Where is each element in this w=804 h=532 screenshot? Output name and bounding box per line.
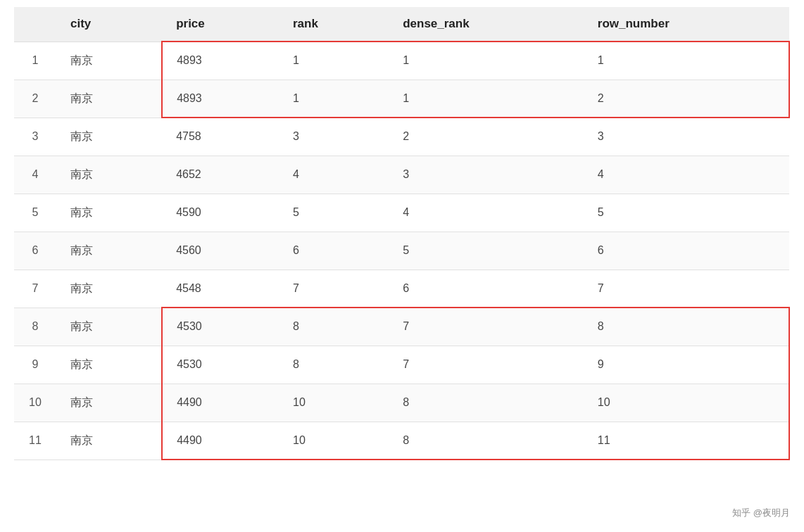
table-row: 2南京4893112 (14, 80, 789, 118)
cell-city: 南京 (56, 194, 162, 232)
table-row: 8南京4530878 (14, 308, 789, 346)
col-header-dense-rank: dense_rank (389, 7, 584, 42)
table-row: 5南京4590545 (14, 194, 789, 232)
cell-dense_rank: 3 (389, 156, 584, 194)
table-header-row: city price rank dense_rank row_number (14, 7, 789, 42)
cell-rank: 6 (279, 232, 389, 270)
cell-index: 2 (14, 80, 56, 118)
table-row: 4南京4652434 (14, 156, 789, 194)
cell-price: 4530 (162, 346, 279, 384)
cell-dense_rank: 8 (389, 384, 584, 422)
cell-dense_rank: 7 (389, 308, 584, 346)
cell-row_number: 9 (584, 346, 789, 384)
cell-index: 6 (14, 232, 56, 270)
cell-index: 9 (14, 346, 56, 384)
cell-city: 南京 (56, 42, 162, 80)
cell-price: 4530 (162, 308, 279, 346)
cell-rank: 8 (279, 308, 389, 346)
cell-row_number: 2 (584, 80, 789, 118)
cell-city: 南京 (56, 118, 162, 156)
cell-price: 4758 (162, 118, 279, 156)
cell-row_number: 6 (584, 232, 789, 270)
cell-row_number: 3 (584, 118, 789, 156)
cell-index: 4 (14, 156, 56, 194)
cell-price: 4893 (162, 42, 279, 80)
cell-dense_rank: 6 (389, 270, 584, 308)
col-header-price: price (162, 7, 279, 42)
cell-price: 4490 (162, 422, 279, 460)
cell-city: 南京 (56, 308, 162, 346)
col-header-rank: rank (279, 7, 389, 42)
cell-index: 8 (14, 308, 56, 346)
table-container: city price rank dense_rank row_number 1南… (0, 0, 804, 467)
cell-rank: 1 (279, 80, 389, 118)
table-row: 1南京4893111 (14, 42, 789, 80)
table-row: 9南京4530879 (14, 346, 789, 384)
cell-row_number: 10 (584, 384, 789, 422)
cell-city: 南京 (56, 156, 162, 194)
cell-city: 南京 (56, 346, 162, 384)
cell-index: 1 (14, 42, 56, 80)
cell-dense_rank: 1 (389, 42, 584, 80)
data-table: city price rank dense_rank row_number 1南… (14, 7, 790, 460)
cell-city: 南京 (56, 80, 162, 118)
cell-row_number: 7 (584, 270, 789, 308)
cell-city: 南京 (56, 422, 162, 460)
cell-price: 4652 (162, 156, 279, 194)
cell-row_number: 5 (584, 194, 789, 232)
cell-row_number: 4 (584, 156, 789, 194)
cell-rank: 7 (279, 270, 389, 308)
cell-dense_rank: 2 (389, 118, 584, 156)
cell-dense_rank: 8 (389, 422, 584, 460)
table-row: 10南京449010810 (14, 384, 789, 422)
table-row: 7南京4548767 (14, 270, 789, 308)
col-header-index (14, 7, 56, 42)
cell-city: 南京 (56, 270, 162, 308)
cell-index: 7 (14, 270, 56, 308)
cell-index: 11 (14, 422, 56, 460)
cell-rank: 3 (279, 118, 389, 156)
cell-index: 5 (14, 194, 56, 232)
table-row: 6南京4560656 (14, 232, 789, 270)
cell-dense_rank: 1 (389, 80, 584, 118)
cell-dense_rank: 7 (389, 346, 584, 384)
cell-index: 3 (14, 118, 56, 156)
cell-index: 10 (14, 384, 56, 422)
table-body: 1南京48931112南京48931123南京47583234南京4652434… (14, 42, 789, 460)
cell-row_number: 11 (584, 422, 789, 460)
cell-rank: 10 (279, 384, 389, 422)
cell-rank: 1 (279, 42, 389, 80)
watermark-text: 知乎 @夜明月 (732, 507, 790, 519)
cell-price: 4490 (162, 384, 279, 422)
cell-rank: 5 (279, 194, 389, 232)
cell-rank: 8 (279, 346, 389, 384)
cell-city: 南京 (56, 232, 162, 270)
cell-price: 4548 (162, 270, 279, 308)
cell-rank: 10 (279, 422, 389, 460)
table-row: 3南京4758323 (14, 118, 789, 156)
col-header-city: city (56, 7, 162, 42)
cell-dense_rank: 5 (389, 232, 584, 270)
col-header-row-number: row_number (584, 7, 789, 42)
cell-price: 4893 (162, 80, 279, 118)
cell-city: 南京 (56, 384, 162, 422)
cell-row_number: 8 (584, 308, 789, 346)
cell-price: 4590 (162, 194, 279, 232)
cell-dense_rank: 4 (389, 194, 584, 232)
cell-price: 4560 (162, 232, 279, 270)
table-row: 11南京449010811 (14, 422, 789, 460)
cell-row_number: 1 (584, 42, 789, 80)
cell-rank: 4 (279, 156, 389, 194)
